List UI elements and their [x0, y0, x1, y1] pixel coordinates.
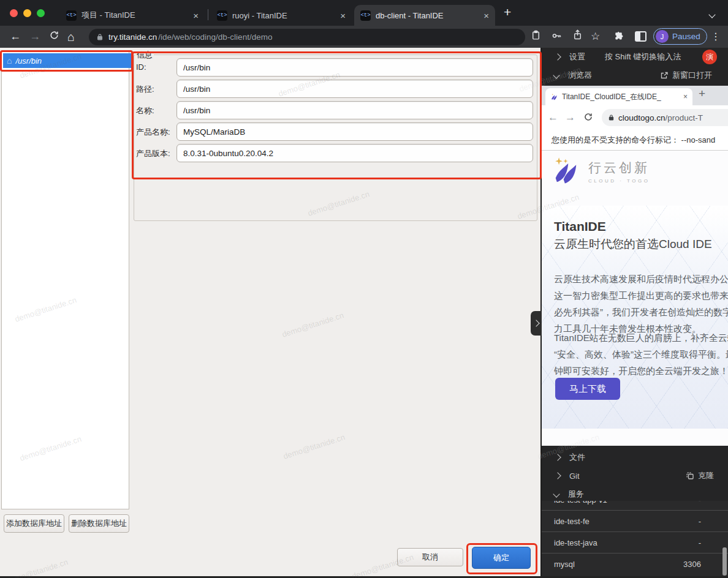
service-port: -	[699, 501, 701, 505]
service-row[interactable]: ide-test-fe -	[542, 510, 728, 531]
browser-label: 浏览器	[568, 70, 592, 81]
key-icon[interactable]	[552, 31, 562, 41]
forward-button[interactable]: →	[29, 28, 40, 45]
service-row[interactable]: mysql 3306	[542, 553, 728, 574]
database-list: ⌂ /usr/bin	[1, 51, 129, 509]
delete-database-button[interactable]: 删除数据库地址	[69, 514, 129, 533]
browser-section-row[interactable]: 浏览器 新窗口打开	[542, 66, 728, 84]
brand-subtitle: CLOUD · TOGO	[588, 178, 650, 184]
traffic-minimize-button[interactable]	[23, 9, 31, 17]
database-item-label: /usr/bin	[15, 56, 42, 66]
service-name: mysql	[554, 560, 575, 569]
preview-reload-button[interactable]	[583, 112, 593, 122]
db-client-page: ⌂ /usr/bin 信息 ID: 路径: 名称: 产品名称: 产品版本: 添加…	[0, 48, 542, 578]
service-port: -	[699, 517, 701, 526]
delete-database-label: 删除数据库地址	[71, 518, 127, 529]
preview-toolbar: ← → cloudtogo.cn/product-T	[542, 105, 728, 131]
download-label: 马上下载	[569, 383, 606, 395]
preview-url-host: cloudtogo.cn	[618, 113, 665, 122]
cancel-button[interactable]: 取消	[397, 548, 463, 566]
git-section-row[interactable]: Git 克隆	[542, 467, 728, 485]
field-label-product-name: 产品名称:	[136, 127, 170, 138]
side-panel-icon[interactable]	[635, 31, 646, 42]
path-field[interactable]	[176, 80, 533, 98]
settings-label: 设置	[569, 51, 585, 62]
preview-forward-button[interactable]: →	[565, 110, 575, 125]
close-tab-icon[interactable]: ×	[683, 92, 688, 101]
cancel-label: 取消	[422, 552, 438, 563]
git-label: Git	[569, 471, 580, 481]
name-field[interactable]	[176, 101, 533, 119]
service-name: ide-test-java	[554, 538, 597, 547]
open-new-window-button[interactable]: 新窗口打开	[660, 70, 712, 81]
share-icon[interactable]	[572, 29, 583, 40]
service-name: ide-test-app-v1	[554, 501, 607, 505]
field-label-name: 名称:	[136, 105, 154, 116]
preview-address-bar[interactable]: cloudtogo.cn/product-T	[602, 109, 728, 126]
hero-paragraph-1: 云原生技术高速发展和后疫情时代远程办公等新 这一智力密集型工作提出更高的要求也带…	[554, 271, 728, 337]
reload-button[interactable]	[49, 30, 59, 40]
settings-section-row[interactable]: 设置 按 Shift 键切换输入法	[542, 48, 728, 66]
add-database-button[interactable]: 添加数据库地址	[4, 514, 64, 533]
product-version-field[interactable]	[176, 144, 533, 162]
product-name-field[interactable]	[176, 122, 533, 141]
tab-project[interactable]: <t> 项目 - TitanIDE ×	[60, 5, 205, 26]
home-button[interactable]: ⌂	[67, 27, 75, 47]
form-legend: 信息	[135, 50, 154, 61]
lock-icon	[608, 114, 615, 121]
files-label: 文件	[569, 452, 585, 463]
profile-status: Paused	[672, 32, 700, 41]
field-label-path: 路径:	[136, 84, 154, 95]
tab-divider	[208, 9, 208, 20]
demo-badge[interactable]: 演	[702, 50, 717, 64]
preview-tab-title: TitanIDE_CloudIDE_在线IDE_	[562, 92, 680, 102]
extensions-puzzle-icon[interactable]	[614, 30, 624, 40]
titanide-favicon: <t>	[217, 10, 227, 21]
scrollbar-thumb[interactable]	[722, 547, 727, 576]
preview-new-tab-button[interactable]: +	[699, 87, 705, 100]
service-port: -	[699, 538, 701, 547]
tab-ruoyi[interactable]: <t> ruoyi - TitanIDE ×	[211, 5, 352, 26]
service-port: 3306	[683, 560, 701, 569]
git-clone-label: 克隆	[698, 470, 714, 481]
bookmark-star-icon[interactable]: ☆	[591, 28, 600, 45]
field-label-id: ID:	[136, 62, 146, 72]
download-button[interactable]: 马上下载	[555, 378, 620, 400]
close-tab-icon[interactable]: ×	[193, 11, 199, 20]
open-new-window-label: 新窗口打开	[672, 70, 712, 81]
hero-title: TitanIDE	[554, 219, 606, 234]
service-row[interactable]: ide-test-app-v1 -	[542, 501, 728, 511]
preview-url-path: /product-T	[665, 113, 703, 122]
close-tab-icon[interactable]: ×	[340, 11, 346, 20]
ime-hint: 按 Shift 键切换输入法	[605, 51, 681, 62]
close-tab-icon[interactable]: ×	[483, 11, 489, 20]
tab-label: ruoyi - TitanIDE	[232, 11, 335, 20]
clipboard-icon[interactable]	[531, 30, 541, 40]
new-tab-button[interactable]: +	[504, 5, 511, 20]
database-list-item-selected[interactable]: ⌂ /usr/bin	[3, 53, 131, 68]
tab-search-chevron-icon[interactable]	[710, 9, 715, 20]
tab-db-client-active[interactable]: <t> db-client - TitanIDE ×	[354, 5, 495, 26]
menu-dots-icon[interactable]: ⋮	[711, 29, 721, 45]
preview-tab-strip: TitanIDE_CloudIDE_在线IDE_ × +	[542, 86, 728, 105]
id-field[interactable]	[176, 58, 533, 77]
traffic-close-button[interactable]	[10, 9, 18, 17]
traffic-zoom-button[interactable]	[37, 9, 45, 17]
url-path: /ide/web/coding/db-client/demo	[158, 32, 272, 42]
address-bar[interactable]: try.titanide.cn/ide/web/coding/db-client…	[89, 29, 525, 45]
url-host: try.titanide.cn	[108, 32, 157, 42]
preview-tab[interactable]: TitanIDE_CloudIDE_在线IDE_ ×	[545, 88, 692, 105]
panel-collapse-handle[interactable]	[531, 311, 542, 336]
back-button[interactable]: ←	[10, 28, 21, 45]
field-label-product-version: 产品版本:	[136, 148, 170, 159]
files-section-row[interactable]: 文件	[542, 448, 728, 467]
git-clone-button[interactable]: 克隆	[686, 470, 714, 481]
hero-subtitle: 云原生时代您的首选Cloud IDE	[554, 236, 712, 252]
profile-paused-pill[interactable]: J Paused	[653, 28, 707, 45]
confirm-button[interactable]: 确定	[472, 547, 531, 569]
service-row[interactable]: ide-test-java -	[542, 531, 728, 553]
profile-avatar: J	[656, 30, 669, 43]
confirm-label: 确定	[493, 552, 509, 563]
preview-back-button[interactable]: ←	[548, 110, 558, 125]
unsupported-flag-notice: 您使用的是不受支持的命令行标记： --no-sand	[542, 130, 728, 151]
